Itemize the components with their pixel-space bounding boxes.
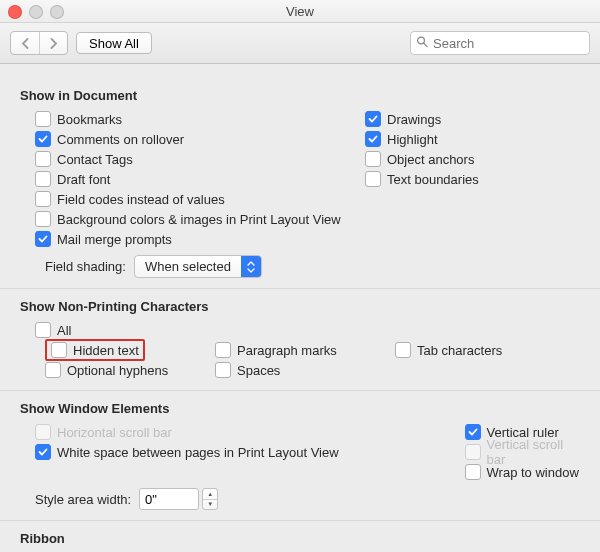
- checkbox-mail-merge-prompts[interactable]: Mail merge prompts: [35, 229, 365, 249]
- highlighted-option: Hidden text: [45, 339, 145, 361]
- field-shading-select[interactable]: When selected: [134, 255, 262, 278]
- checkbox-spaces[interactable]: Spaces: [215, 360, 395, 380]
- checkbox-label: Vertical scroll bar: [487, 437, 584, 467]
- checkbox-label: White space between pages in Print Layou…: [57, 445, 339, 460]
- stepper-down-icon: ▼: [203, 499, 217, 510]
- preferences-toolbar: Show All: [0, 23, 600, 64]
- style-area-stepper[interactable]: ▲ ▼: [202, 488, 218, 510]
- style-area-label: Style area width:: [35, 492, 131, 507]
- checkbox-box: [51, 342, 67, 358]
- checkbox-box: [35, 111, 51, 127]
- checkmark-icon: [38, 234, 48, 244]
- checkbox-label: Field codes instead of values: [57, 192, 225, 207]
- stepper-up-icon: ▲: [203, 489, 217, 499]
- checkbox-box: [465, 464, 481, 480]
- checkbox-drawings[interactable]: Drawings: [365, 109, 584, 129]
- nav-segment: [10, 31, 68, 55]
- checkbox-label: Optional hyphens: [67, 363, 168, 378]
- chevron-left-icon: [21, 38, 30, 49]
- checkbox-label: Mail merge prompts: [57, 232, 172, 247]
- checkbox-bookmarks[interactable]: Bookmarks: [35, 109, 365, 129]
- checkbox-box: [35, 171, 51, 187]
- checkbox-box: [465, 444, 481, 460]
- checkmark-icon: [468, 427, 478, 437]
- checkbox-label: Comments on rollover: [57, 132, 184, 147]
- checkbox-box: [35, 211, 51, 227]
- checkbox-horizontal-scroll-bar: Horizontal scroll bar: [35, 422, 465, 442]
- svg-line-1: [424, 43, 427, 46]
- checkbox-box: [215, 362, 231, 378]
- checkbox-box: [215, 342, 231, 358]
- checkbox-white-space-between-pages-in-print-layout-view[interactable]: White space between pages in Print Layou…: [35, 442, 465, 462]
- chevron-right-icon: [49, 38, 58, 49]
- section-title-show-in-document: Show in Document: [20, 88, 584, 103]
- checkbox-box: [35, 151, 51, 167]
- checkmark-icon: [368, 134, 378, 144]
- checkbox-box: [35, 231, 51, 247]
- checkbox-comments-on-rollover[interactable]: Comments on rollover: [35, 129, 365, 149]
- checkbox-box: [35, 191, 51, 207]
- checkbox-label: Drawings: [387, 112, 441, 127]
- checkbox-contact-tags[interactable]: Contact Tags: [35, 149, 365, 169]
- checkbox-box: [365, 151, 381, 167]
- show-all-button[interactable]: Show All: [76, 32, 152, 54]
- checkbox-all[interactable]: All: [35, 320, 584, 340]
- checkbox-object-anchors[interactable]: Object anchors: [365, 149, 584, 169]
- checkbox-box: [395, 342, 411, 358]
- checkbox-draft-font[interactable]: Draft font: [35, 169, 365, 189]
- checkbox-label: Bookmarks: [57, 112, 122, 127]
- checkbox-box: [45, 362, 61, 378]
- checkbox-box: [35, 424, 51, 440]
- minimize-window-button: [29, 5, 43, 19]
- checkbox-highlight[interactable]: Highlight: [365, 129, 584, 149]
- checkbox-box: [35, 131, 51, 147]
- close-window-button[interactable]: [8, 5, 22, 19]
- forward-button[interactable]: [39, 32, 67, 54]
- checkbox-label: Wrap to window: [487, 465, 579, 480]
- checkbox-field-codes-instead-of-values[interactable]: Field codes instead of values: [35, 189, 365, 209]
- checkbox-background-colors-images-in-print-layout-view[interactable]: Background colors & images in Print Layo…: [35, 209, 365, 229]
- field-shading-value: When selected: [135, 256, 241, 277]
- search-input[interactable]: [410, 31, 590, 55]
- checkbox-label: Spaces: [237, 363, 280, 378]
- checkbox-paragraph-marks[interactable]: Paragraph marks: [215, 340, 395, 360]
- window-title: View: [286, 4, 314, 19]
- checkbox-box: [35, 322, 51, 338]
- checkbox-text-boundaries[interactable]: Text boundaries: [365, 169, 584, 189]
- checkbox-label: Contact Tags: [57, 152, 133, 167]
- field-shading-label: Field shading:: [45, 259, 126, 274]
- checkbox-label: Background colors & images in Print Layo…: [57, 212, 341, 227]
- select-arrows-icon: [241, 256, 261, 277]
- checkmark-icon: [38, 134, 48, 144]
- section-title-window-elements: Show Window Elements: [20, 401, 584, 416]
- checkmark-icon: [368, 114, 378, 124]
- checkbox-label: Hidden text: [73, 343, 139, 358]
- checkbox-label: Draft font: [57, 172, 110, 187]
- checkbox-label: Horizontal scroll bar: [57, 425, 172, 440]
- checkbox-label: Object anchors: [387, 152, 474, 167]
- checkbox-box: [365, 131, 381, 147]
- checkbox-tab-characters[interactable]: Tab characters: [395, 340, 555, 360]
- section-title-ribbon: Ribbon: [20, 531, 584, 546]
- search-container: [410, 31, 590, 55]
- checkbox-hidden-text[interactable]: Hidden text: [45, 340, 215, 360]
- checkbox-wrap-to-window[interactable]: Wrap to window: [465, 462, 584, 482]
- checkbox-optional-hyphens[interactable]: Optional hyphens: [45, 360, 215, 380]
- back-button[interactable]: [11, 32, 39, 54]
- fullscreen-window-button: [50, 5, 64, 19]
- checkbox-box: [365, 111, 381, 127]
- checkbox-label: Tab characters: [417, 343, 502, 358]
- checkbox-box: [35, 444, 51, 460]
- checkbox-label: All: [57, 323, 71, 338]
- checkbox-label: Text boundaries: [387, 172, 479, 187]
- checkbox-label: Paragraph marks: [237, 343, 337, 358]
- checkbox-box: [465, 424, 481, 440]
- checkbox-box: [365, 171, 381, 187]
- search-icon: [416, 36, 428, 51]
- title-bar: View: [0, 0, 600, 23]
- checkmark-icon: [38, 447, 48, 457]
- checkbox-vertical-scroll-bar: Vertical scroll bar: [465, 442, 584, 462]
- checkbox-label: Highlight: [387, 132, 438, 147]
- style-area-width-input[interactable]: [139, 488, 199, 510]
- section-title-nonprinting: Show Non-Printing Characters: [20, 299, 584, 314]
